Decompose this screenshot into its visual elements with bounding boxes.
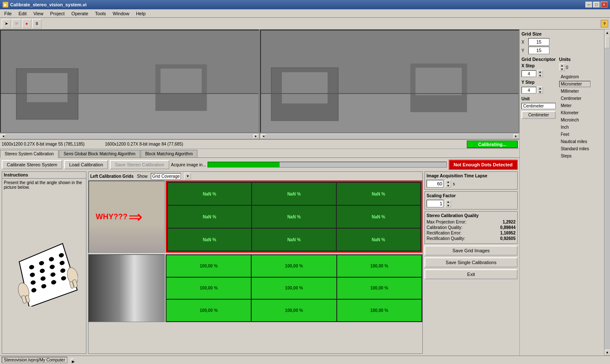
tabs-bar: Stereo System Calibration Semi Global Bl… bbox=[0, 149, 519, 158]
x-step-down[interactable]: ▼ bbox=[537, 74, 543, 77]
save-stereo-button[interactable]: Save Stereo Calibration bbox=[110, 160, 169, 169]
instructions-panel: Instructions Present the grid at the ang… bbox=[2, 171, 86, 354]
toolbar: ➤ ☞ ● ⏸ ? bbox=[0, 18, 610, 30]
tab-sgbm[interactable]: Semi Global Block Matching Algorithm bbox=[59, 150, 140, 157]
maximize-button[interactable]: □ bbox=[593, 2, 600, 8]
rect-error-row: Rectification Error: 1,16952 bbox=[427, 231, 516, 235]
unit-feet[interactable]: Feet bbox=[559, 131, 591, 138]
menu-tools[interactable]: Tools bbox=[92, 11, 108, 17]
unit-field[interactable]: Centimeter bbox=[521, 103, 556, 109]
y-label: Y bbox=[521, 48, 527, 53]
y-step-row: ▲ ▼ bbox=[521, 86, 556, 94]
svg-rect-15 bbox=[261, 93, 518, 94]
close-button[interactable]: ✕ bbox=[601, 2, 607, 8]
y-step-up[interactable]: ▲ bbox=[537, 86, 543, 90]
help-button[interactable]: ? bbox=[601, 20, 608, 28]
grid-size-x-input[interactable] bbox=[528, 38, 549, 46]
grid-cell-green-7: 100,00 % bbox=[252, 300, 336, 321]
unit-angstrom[interactable]: Angstrom bbox=[559, 74, 591, 80]
unit-meter[interactable]: Meter bbox=[559, 102, 591, 109]
right-camera-view bbox=[260, 30, 519, 133]
calibrate-stereo-button[interactable]: Calibrate Stereo System bbox=[2, 160, 62, 169]
status-arrow[interactable]: ► bbox=[71, 358, 74, 362]
scaling-up[interactable]: ▲ bbox=[445, 200, 451, 204]
green-grid-container: 100,00 % 100,00 % 100,00 % 100,00 % 100,… bbox=[166, 254, 422, 322]
scaling-down[interactable]: ▼ bbox=[445, 204, 451, 207]
record-btn[interactable]: ● bbox=[22, 19, 31, 28]
why-text: WHY??? bbox=[96, 212, 128, 221]
menu-view[interactable]: View bbox=[31, 11, 46, 17]
grid-cell-nan-5: NaN % bbox=[337, 206, 420, 228]
svg-rect-14 bbox=[416, 68, 462, 95]
arrow-tool[interactable]: ➤ bbox=[2, 19, 11, 28]
quality-title: Stereo Calibration Quality bbox=[427, 213, 516, 218]
unit-centimeter[interactable]: Centimeter bbox=[559, 95, 591, 102]
left-scroll-left[interactable]: ◄ bbox=[1, 134, 6, 138]
left-scroll-right[interactable]: ► bbox=[253, 134, 258, 138]
vertical-scrollbar: ▲ ▼ bbox=[604, 30, 610, 356]
scaling-title: Scaling Factor bbox=[427, 193, 516, 198]
scaling-input[interactable] bbox=[427, 200, 444, 207]
show-dropdown-arrow[interactable]: ▼ bbox=[184, 173, 191, 179]
grid-cell-green-4: 100,00 % bbox=[252, 278, 336, 299]
scroll-thumb[interactable] bbox=[605, 36, 610, 48]
scroll-up-arrow[interactable]: ▲ bbox=[604, 30, 610, 36]
minimize-button[interactable]: ─ bbox=[585, 2, 592, 8]
pause-btn[interactable]: ⏸ bbox=[32, 19, 42, 28]
menu-project[interactable]: Project bbox=[47, 11, 67, 17]
load-calibration-button[interactable]: Load Calibration bbox=[64, 160, 108, 169]
menu-edit[interactable]: Edit bbox=[16, 11, 29, 17]
units-spin-down[interactable]: ▼ bbox=[559, 67, 565, 71]
unit-field-value: Centimeter bbox=[523, 104, 544, 108]
right-scroll-left[interactable]: ◄ bbox=[261, 134, 266, 138]
menu-window[interactable]: Window bbox=[110, 11, 132, 17]
y-step-down[interactable]: ▼ bbox=[537, 90, 543, 94]
time-lapse-input[interactable] bbox=[427, 180, 444, 188]
camera-area: ◄ ► bbox=[0, 30, 519, 140]
unit-standard-miles[interactable]: Standard miles bbox=[559, 146, 591, 152]
right-scroll-right[interactable]: ► bbox=[513, 134, 518, 138]
unit-kilometer[interactable]: Kilometer bbox=[559, 110, 591, 116]
grid-desc-title: Grid Descriptor bbox=[521, 57, 556, 62]
unit-steps[interactable]: Steps bbox=[559, 153, 591, 159]
grid-cell-nan-2: NaN % bbox=[337, 183, 420, 205]
grid-cell-nan-3: NaN % bbox=[168, 206, 251, 228]
menu-file[interactable]: File bbox=[2, 11, 14, 17]
hand-tool[interactable]: ☞ bbox=[12, 19, 21, 28]
svg-rect-6 bbox=[161, 69, 202, 94]
progress-bar bbox=[208, 162, 446, 168]
exit-button[interactable]: Exit bbox=[424, 269, 518, 279]
spin-up[interactable]: ▲ bbox=[445, 180, 451, 184]
scroll-down-arrow[interactable]: ▼ bbox=[604, 350, 610, 356]
unit-nautical-miles[interactable]: Nautical miles bbox=[559, 138, 591, 145]
unit-inch[interactable]: Inch bbox=[559, 124, 591, 130]
show-select-container[interactable]: Grid Coverage bbox=[151, 173, 181, 179]
save-single-button[interactable]: Save Single Calibrations bbox=[424, 257, 518, 267]
spin-down[interactable]: ▼ bbox=[445, 184, 451, 188]
unit-microinch[interactable]: Microinch bbox=[559, 117, 591, 123]
x-step-input[interactable] bbox=[521, 70, 536, 77]
grid-size-y-input[interactable] bbox=[528, 47, 549, 54]
not-enough-button[interactable]: Not Enough Dots Detected bbox=[449, 160, 518, 170]
scroll-track[interactable] bbox=[605, 36, 610, 350]
window-controls: ─ □ ✕ bbox=[585, 2, 607, 8]
unit-micrometer[interactable]: Micrometer bbox=[559, 81, 591, 87]
grid-size-section: Grid Size X Y bbox=[521, 31, 602, 54]
tab-stereo-calibration[interactable]: Stereo System Calibration bbox=[0, 150, 58, 158]
tab-bm[interactable]: Block Matching Algorithm bbox=[141, 150, 197, 157]
calibrating-button[interactable]: Calibrating... bbox=[467, 141, 518, 148]
top-preview-area: WHY??? ⇒ bbox=[89, 181, 165, 253]
units-spin-up[interactable]: ▲ bbox=[559, 63, 565, 67]
menu-help[interactable]: Help bbox=[133, 11, 148, 17]
nan-grid-container: NaN % NaN % NaN % NaN % NaN % NaN % NaN … bbox=[166, 181, 422, 253]
unit-button[interactable]: Centimeter bbox=[521, 111, 556, 119]
grid-cell-nan-4: NaN % bbox=[252, 206, 336, 228]
menu-operate[interactable]: Operate bbox=[69, 11, 91, 17]
unit-millimeter[interactable]: Millimeter bbox=[559, 88, 591, 94]
y-step-input[interactable] bbox=[521, 87, 536, 94]
units-spinner-row: ▲ ▼ 0 bbox=[559, 63, 591, 71]
x-step-up[interactable]: ▲ bbox=[537, 70, 543, 74]
top-grids-section: WHY??? ⇒ NaN % NaN % NaN % NaN % NaN % N… bbox=[89, 181, 422, 253]
grid-cell-green-1: 100,00 % bbox=[252, 255, 336, 277]
save-grid-button[interactable]: Save Grid Images bbox=[424, 245, 518, 256]
